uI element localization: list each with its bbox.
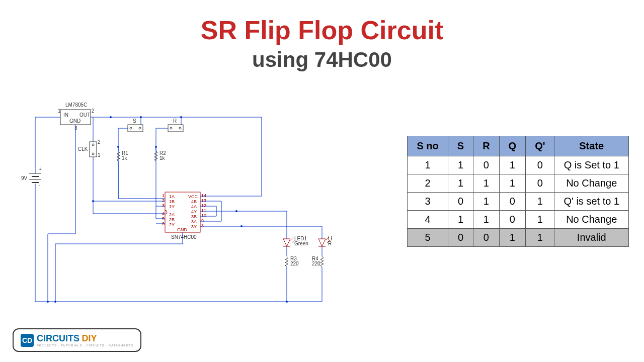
table-cell: 1 — [526, 193, 554, 211]
svg-point-25 — [110, 116, 112, 118]
table-cell: Q is Set to 1 — [554, 156, 629, 174]
title-container: SR Flip Flop Circuit using 74HC00 — [0, 0, 644, 72]
table-cell: 0 — [499, 193, 526, 211]
svg-text:1: 1 — [162, 193, 165, 198]
svg-point-23 — [47, 301, 49, 303]
th-qp: Q' — [526, 136, 554, 156]
svg-point-133 — [286, 301, 288, 303]
table-cell: 0 — [448, 193, 473, 211]
table-cell: 2 — [408, 174, 448, 193]
svg-point-103 — [54, 301, 56, 303]
svg-text:OUT: OUT — [79, 112, 90, 118]
table-row: 21110No Change — [408, 174, 629, 193]
svg-text:220: 220 — [290, 261, 299, 266]
table-cell: 1 — [526, 211, 554, 229]
svg-text:Green: Green — [294, 241, 308, 246]
th-state: State — [554, 136, 629, 156]
svg-text:3: 3 — [74, 125, 77, 131]
table-cell: 0 — [448, 229, 473, 247]
table-cell: 1 — [408, 156, 448, 174]
svg-text:IN: IN — [63, 112, 68, 118]
table-cell: 4 — [408, 211, 448, 229]
table-cell: 1 — [499, 156, 526, 174]
table-cell: 1 — [499, 174, 526, 193]
logo: CD CIRCUITS DIY PROJECTS · TUTORIALS · C… — [13, 328, 141, 352]
svg-point-61 — [155, 146, 157, 148]
svg-text:9V: 9V — [21, 175, 28, 181]
svg-text:3A: 3A — [191, 219, 197, 224]
table-cell: 0 — [526, 156, 554, 174]
th-s: S — [448, 136, 473, 156]
svg-text:4B: 4B — [191, 199, 197, 204]
logo-diy: DIY — [82, 333, 97, 343]
table-cell: 5 — [408, 229, 448, 247]
svg-point-138 — [240, 225, 243, 227]
table-cell: Invalid — [554, 229, 629, 247]
svg-text:10: 10 — [201, 213, 206, 218]
svg-text:1k: 1k — [159, 155, 166, 161]
table-cell: 0 — [499, 211, 526, 229]
svg-text:LM7805C: LM7805C — [65, 102, 87, 108]
logo-text: CIRCUITS — [37, 333, 79, 343]
svg-text:3Y: 3Y — [191, 224, 197, 229]
table-header-row: S no S R Q Q' State — [408, 136, 629, 156]
svg-text:9: 9 — [201, 218, 204, 223]
svg-text:RED: RED — [328, 241, 332, 246]
svg-text:SN74HC00: SN74HC00 — [171, 234, 197, 240]
svg-text:1: 1 — [98, 152, 101, 158]
th-r: R — [473, 136, 499, 156]
svg-point-137 — [235, 210, 237, 212]
logo-tagline: PROJECTS · TUTORIALS · CIRCUITS · DATASH… — [37, 344, 133, 347]
table-cell: 1 — [473, 174, 499, 193]
svg-text:+: + — [39, 166, 42, 172]
svg-marker-116 — [283, 239, 290, 246]
svg-text:2A: 2A — [169, 212, 175, 217]
svg-text:2Y: 2Y — [169, 222, 175, 227]
svg-text:2: 2 — [92, 108, 95, 114]
table-row: 11010Q is Set to 1 — [408, 156, 629, 174]
svg-text:3: 3 — [162, 203, 165, 208]
svg-text:VCC: VCC — [188, 194, 198, 199]
table-cell: No Change — [554, 211, 629, 229]
table-cell: No Change — [554, 174, 629, 193]
svg-text:CLK: CLK — [78, 146, 88, 152]
table-cell: 0 — [473, 156, 499, 174]
table-cell: 1 — [473, 211, 499, 229]
svg-text:S: S — [133, 118, 136, 124]
th-sno: S no — [408, 136, 448, 156]
table-cell: 3 — [408, 193, 448, 211]
svg-point-94 — [92, 200, 94, 202]
logo-icon: CD — [21, 334, 34, 347]
svg-text:11: 11 — [201, 208, 206, 213]
table-cell: 1 — [473, 193, 499, 211]
truth-table: S no S R Q Q' State 11010Q is Set to 121… — [407, 136, 629, 247]
table-cell: 1 — [499, 229, 526, 247]
table-cell: Q' is set to 1 — [554, 193, 629, 211]
table-cell: 1 — [448, 174, 473, 193]
svg-text:1k: 1k — [122, 155, 128, 161]
subtitle: using 74HC00 — [0, 48, 644, 72]
svg-text:1A: 1A — [169, 194, 175, 199]
svg-text:2: 2 — [98, 139, 101, 145]
svg-text:14: 14 — [201, 193, 206, 198]
svg-text:4A: 4A — [191, 204, 197, 209]
table-row: 50011Invalid — [408, 229, 629, 247]
svg-text:13: 13 — [201, 198, 206, 203]
svg-text:2B: 2B — [169, 217, 175, 222]
svg-text:8: 8 — [201, 223, 204, 228]
svg-text:1B: 1B — [169, 199, 175, 204]
svg-text:-: - — [39, 183, 40, 188]
svg-line-118 — [290, 237, 293, 240]
svg-text:4Y: 4Y — [191, 209, 197, 214]
svg-text:GND: GND — [177, 227, 188, 232]
table-row: 30101Q' is set to 1 — [408, 193, 629, 211]
svg-text:1: 1 — [58, 108, 61, 114]
svg-marker-123 — [318, 239, 326, 246]
circuit-diagram: LM7805C IN OUT GND 1 2 3 9V + - — [10, 101, 332, 312]
table-cell: 0 — [473, 229, 499, 247]
svg-text:3B: 3B — [191, 214, 197, 219]
svg-point-57 — [117, 146, 119, 148]
svg-text:R: R — [173, 118, 177, 124]
svg-text:GND: GND — [69, 118, 80, 124]
table-cell: 1 — [526, 229, 554, 247]
